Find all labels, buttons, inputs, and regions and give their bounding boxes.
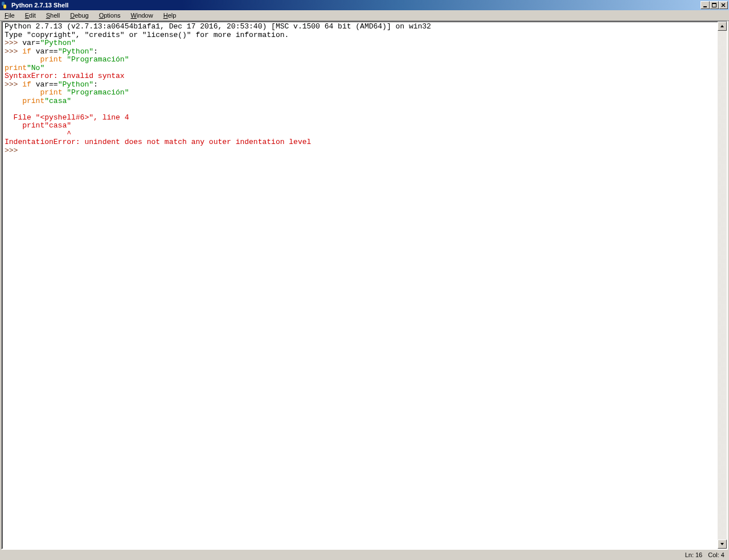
shell-kw: print xyxy=(40,88,62,97)
svg-rect-4 xyxy=(712,3,716,4)
shell-kw: if xyxy=(22,47,31,56)
vertical-scrollbar[interactable] xyxy=(718,22,727,549)
close-button[interactable] xyxy=(719,1,728,9)
shell-str: "Python" xyxy=(58,47,93,56)
shell-kw: if xyxy=(22,80,31,89)
shell-error: File "<pyshell#6>", line 4 xyxy=(5,113,129,122)
shell-code: var== xyxy=(31,80,58,89)
svg-rect-2 xyxy=(703,6,707,7)
shell-error: ^ xyxy=(5,130,71,138)
shell-code xyxy=(5,88,40,97)
menubar: File Edit Shell Debug Options Window Hel… xyxy=(0,10,729,21)
menu-shell[interactable]: Shell xyxy=(44,11,62,19)
maximize-button[interactable] xyxy=(710,1,719,9)
svg-rect-1 xyxy=(3,5,6,9)
shell-banner2: Type "copyright", "credits" or "license(… xyxy=(5,31,289,39)
menu-edit[interactable]: Edit xyxy=(23,11,38,19)
window-controls xyxy=(701,1,728,9)
shell-error: SyntaxError: invalid syntax xyxy=(5,72,125,80)
shell-code: : xyxy=(93,80,98,89)
shell-str: "casa" xyxy=(44,97,71,105)
shell-str: "No" xyxy=(27,64,44,72)
shell-code: : xyxy=(93,47,98,56)
shell-kw: print xyxy=(22,97,44,105)
python-icon xyxy=(1,1,9,9)
titlebar: Python 2.7.13 Shell xyxy=(0,0,729,10)
scroll-up-button[interactable] xyxy=(718,22,727,31)
shell-code xyxy=(5,97,22,105)
status-line: Ln: 16 xyxy=(685,551,703,558)
minimize-button[interactable] xyxy=(701,1,710,9)
menu-help[interactable]: Help xyxy=(161,11,179,19)
scroll-down-button[interactable] xyxy=(718,540,727,549)
status-col: Col: 4 xyxy=(708,551,724,558)
shell-str: "Python" xyxy=(40,39,75,47)
shell-prompt: >>> xyxy=(5,80,22,89)
menu-file[interactable]: File xyxy=(2,11,17,19)
shell-banner1: Python 2.7.13 (v2.7.13:a06454b1afa1, Dec… xyxy=(5,22,431,31)
menu-window[interactable]: Window xyxy=(129,11,155,19)
shell-prompt: >>> xyxy=(5,39,22,47)
shell-code: var= xyxy=(22,39,40,47)
statusbar: Ln: 16 Col: 4 xyxy=(1,549,728,560)
menu-options[interactable]: Options xyxy=(97,11,123,19)
menu-debug[interactable]: Debug xyxy=(68,11,91,19)
shell-error: IndentationError: unindent does not matc… xyxy=(5,138,311,146)
shell-kw: print xyxy=(5,64,27,72)
shell-editor[interactable]: Python 2.7.13 (v2.7.13:a06454b1afa1, Dec… xyxy=(2,22,718,549)
editor-frame: Python 2.7.13 (v2.7.13:a06454b1afa1, Dec… xyxy=(1,20,728,550)
shell-code: var== xyxy=(31,47,58,56)
shell-str: "Programación" xyxy=(67,88,129,97)
shell-str: "Programación" xyxy=(67,55,129,64)
shell-prompt: >>> xyxy=(5,47,22,56)
shell-prompt: >>> xyxy=(5,146,22,155)
window-title: Python 2.7.13 Shell xyxy=(11,2,68,9)
shell-code xyxy=(5,55,40,64)
shell-code xyxy=(5,105,22,113)
shell-error: print"casa" xyxy=(5,121,71,130)
svg-rect-3 xyxy=(712,3,716,7)
scroll-track[interactable] xyxy=(718,31,727,540)
shell-kw: print xyxy=(40,55,62,64)
shell-str: "Python" xyxy=(58,80,93,89)
